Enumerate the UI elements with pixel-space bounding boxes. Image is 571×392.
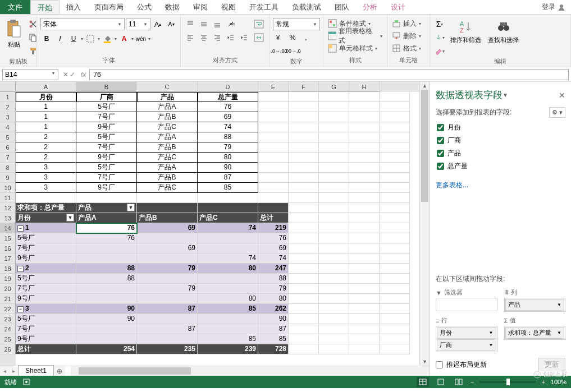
cell[interactable] [198, 274, 258, 284]
cell[interactable] [289, 243, 319, 253]
cell[interactable] [380, 304, 410, 314]
cell[interactable]: 88 [76, 264, 137, 274]
cell[interactable]: 87 [198, 173, 258, 183]
cell[interactable] [319, 334, 349, 344]
cell[interactable]: 求和项：总产量 [16, 203, 76, 213]
values-area[interactable]: 求和项：总产量▼ [504, 326, 566, 340]
cell[interactable] [289, 92, 319, 102]
font-color-button[interactable]: A [118, 33, 130, 45]
cell[interactable]: 79 [137, 284, 198, 294]
fill-color-button[interactable] [101, 33, 113, 45]
cell[interactable] [380, 193, 410, 203]
cell[interactable] [380, 183, 410, 193]
cell[interactable]: 85 [198, 183, 258, 193]
cell[interactable] [289, 102, 319, 112]
cell[interactable] [380, 132, 410, 142]
cell[interactable] [380, 314, 410, 324]
tab-team[interactable]: 团队 [328, 0, 356, 14]
cell[interactable] [76, 253, 137, 264]
cell[interactable] [349, 203, 380, 213]
orientation-button[interactable]: ab [225, 18, 237, 30]
cell[interactable] [258, 112, 289, 122]
row-header-13[interactable]: 13 [0, 213, 16, 223]
cell[interactable] [380, 294, 410, 304]
cell[interactable] [349, 264, 380, 274]
field-checkbox[interactable] [437, 137, 444, 144]
row-header-10[interactable]: 10 [0, 183, 16, 193]
cell[interactable]: 87 [258, 324, 289, 334]
cell[interactable] [76, 334, 137, 344]
col-chip[interactable]: 产品▼ [505, 299, 565, 311]
cell[interactable]: 总计 [16, 344, 76, 354]
cell[interactable] [319, 112, 349, 122]
cell[interactable] [258, 193, 289, 203]
view-normal-button[interactable] [417, 377, 429, 387]
cell[interactable]: 产品C [137, 183, 198, 193]
cell[interactable] [137, 233, 198, 243]
cell[interactable]: 79 [198, 142, 258, 153]
cell[interactable] [289, 223, 319, 233]
paste-button[interactable]: 粘贴 [3, 18, 25, 50]
cell[interactable]: 9号厂 [16, 294, 76, 304]
cell[interactable] [380, 102, 410, 112]
cell[interactable] [137, 334, 198, 344]
cell[interactable]: 79 [137, 264, 198, 274]
cell[interactable] [289, 264, 319, 274]
shrink-font-button[interactable]: A▾ [165, 18, 177, 30]
cell[interactable]: 219 [258, 223, 289, 233]
field-checkbox[interactable] [437, 150, 444, 157]
cell[interactable]: 3 [16, 163, 76, 173]
cell[interactable] [380, 233, 410, 243]
formula-input[interactable]: 76 [89, 69, 569, 80]
cell[interactable]: 2 [16, 153, 76, 163]
tab-analyze[interactable]: 分析 [356, 0, 384, 14]
cell[interactable] [319, 223, 349, 233]
cell[interactable]: −2 [16, 264, 76, 274]
cell-styles-button[interactable]: 单元格样式▾ [327, 43, 378, 54]
cell[interactable] [349, 324, 380, 334]
tab-data[interactable]: 数据 [158, 0, 186, 14]
table-format-button[interactable]: 套用表格格式▾ [327, 30, 383, 41]
find-select-button[interactable]: 查找和选择 [486, 18, 521, 45]
cell[interactable]: 90 [76, 314, 137, 324]
cell[interactable] [258, 132, 289, 142]
cell[interactable] [258, 173, 289, 183]
tab-view[interactable]: 视图 [214, 0, 243, 14]
align-right-button[interactable] [211, 31, 223, 44]
cell[interactable]: 88 [76, 274, 137, 284]
row-header-15[interactable]: 15 [0, 233, 16, 243]
fx-icon[interactable]: fx [77, 71, 89, 79]
cell[interactable] [349, 173, 380, 183]
cell[interactable]: 9号厂 [16, 253, 76, 264]
cell[interactable]: 9号厂 [16, 334, 76, 344]
cell[interactable] [319, 122, 349, 132]
cell[interactable] [137, 274, 198, 284]
cell[interactable] [319, 253, 349, 264]
cell[interactable] [289, 284, 319, 294]
cell[interactable] [380, 324, 410, 334]
view-page-layout-button[interactable] [435, 377, 447, 387]
cell[interactable] [319, 233, 349, 243]
cell[interactable] [319, 102, 349, 112]
cell[interactable] [289, 193, 319, 203]
cell[interactable]: 厂商 [76, 92, 137, 102]
cell[interactable] [289, 132, 319, 142]
cell[interactable]: 5号厂 [16, 274, 76, 284]
cell[interactable] [137, 253, 198, 264]
cell[interactable] [198, 233, 258, 243]
cell[interactable] [349, 163, 380, 173]
col-header-H[interactable]: H [349, 82, 380, 92]
tab-layout[interactable]: 页面布局 [88, 0, 130, 14]
cell[interactable] [198, 243, 258, 253]
cell[interactable]: 3 [16, 183, 76, 193]
cell[interactable]: 80 [198, 294, 258, 304]
cell[interactable] [137, 314, 198, 324]
add-sheet-button[interactable]: ⊕ [54, 367, 65, 375]
wrap-text-button[interactable] [253, 18, 265, 30]
row-header-20[interactable]: 20 [0, 284, 16, 294]
row-header-16[interactable]: 16 [0, 243, 16, 253]
cell[interactable]: 7号厂 [16, 243, 76, 253]
inc-decimal-button[interactable]: .0→.00 [273, 45, 285, 57]
cell[interactable]: 产品B [137, 112, 198, 122]
cell[interactable]: 262 [258, 304, 289, 314]
